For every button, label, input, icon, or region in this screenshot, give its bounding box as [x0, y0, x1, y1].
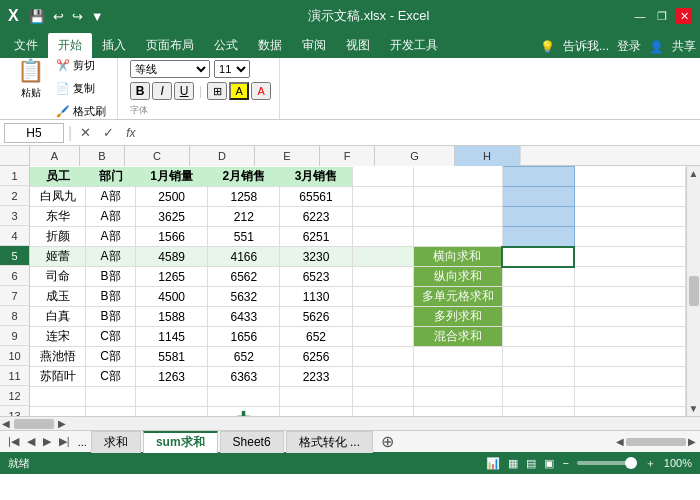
- cell-H1[interactable]: [502, 167, 574, 187]
- cell-B2[interactable]: A部: [86, 187, 136, 207]
- cell-E7[interactable]: 1130: [280, 287, 352, 307]
- add-sheet-button[interactable]: ⊕: [375, 432, 400, 451]
- name-box[interactable]: [4, 123, 64, 143]
- font-size-select[interactable]: 11: [214, 60, 250, 78]
- row-num-13[interactable]: 13: [0, 406, 29, 416]
- sheet-tab-sum[interactable]: 求和: [91, 431, 141, 453]
- cell-F1[interactable]: [352, 167, 413, 187]
- cell-E1[interactable]: 3月销售: [280, 167, 352, 187]
- cell-E6[interactable]: 6523: [280, 267, 352, 287]
- scroll-down-arrow[interactable]: ▼: [689, 403, 699, 414]
- scroll-up-arrow[interactable]: ▲: [689, 168, 699, 179]
- cell-E12[interactable]: [280, 387, 352, 407]
- cell-F12[interactable]: [352, 387, 413, 407]
- cell-F5[interactable]: [352, 247, 413, 267]
- cell-B3[interactable]: A部: [86, 207, 136, 227]
- redo-icon[interactable]: ↪: [70, 7, 85, 26]
- underline-button[interactable]: U: [174, 82, 194, 100]
- cell-C9[interactable]: 1145: [136, 327, 208, 347]
- cell-A10[interactable]: 燕池悟: [30, 347, 86, 367]
- cell-G10[interactable]: [413, 347, 502, 367]
- hscroll-left-arrow[interactable]: ◀: [616, 436, 624, 447]
- font-color-button[interactable]: A: [251, 82, 271, 100]
- cell-I1[interactable]: [574, 167, 685, 187]
- cell-E5[interactable]: 3230: [280, 247, 352, 267]
- cell-E3[interactable]: 6223: [280, 207, 352, 227]
- tab-insert[interactable]: 插入: [92, 33, 136, 58]
- cell-D5[interactable]: 4166: [208, 247, 280, 267]
- cell-H2[interactable]: [502, 187, 574, 207]
- cell-B5[interactable]: A部: [86, 247, 136, 267]
- cell-A1[interactable]: 员工: [30, 167, 86, 187]
- cell-C6[interactable]: 1265: [136, 267, 208, 287]
- border-button[interactable]: ⊞: [207, 82, 227, 100]
- cell-G13[interactable]: [413, 407, 502, 417]
- cell-G3[interactable]: [413, 207, 502, 227]
- col-header-E[interactable]: E: [255, 146, 320, 166]
- maximize-button[interactable]: ❐: [654, 8, 670, 24]
- cell-A4[interactable]: 折颜: [30, 227, 86, 247]
- cell-G2[interactable]: [413, 187, 502, 207]
- scroll-thumb[interactable]: [689, 276, 699, 306]
- cell-I11[interactable]: [574, 367, 685, 387]
- col-header-D[interactable]: D: [190, 146, 255, 166]
- bold-button[interactable]: B: [130, 82, 150, 100]
- tell-me-text[interactable]: 告诉我...: [563, 38, 609, 55]
- cell-C3[interactable]: 3625: [136, 207, 208, 227]
- sheet-nav-last[interactable]: ▶|: [55, 433, 74, 450]
- row-num-8[interactable]: 8: [0, 306, 29, 326]
- cell-F6[interactable]: [352, 267, 413, 287]
- cut-button[interactable]: ✂️ 剪切: [51, 58, 111, 76]
- cell-H7[interactable]: [502, 287, 574, 307]
- italic-button[interactable]: I: [152, 82, 172, 100]
- confirm-formula-button[interactable]: ✓: [99, 123, 118, 142]
- cell-F4[interactable]: [352, 227, 413, 247]
- cell-F9[interactable]: [352, 327, 413, 347]
- cell-B10[interactable]: C部: [86, 347, 136, 367]
- sheet-tab-sum2[interactable]: sum求和: [143, 431, 218, 453]
- scroll-right-arrow[interactable]: ▶: [58, 418, 66, 429]
- row-num-2[interactable]: 2: [0, 186, 29, 206]
- cell-H8[interactable]: [502, 307, 574, 327]
- tab-home[interactable]: 开始: [48, 33, 92, 58]
- hscroll-thumb-right[interactable]: [626, 438, 686, 446]
- cell-A8[interactable]: 白真: [30, 307, 86, 327]
- cell-D9[interactable]: 1656: [208, 327, 280, 347]
- cell-D10[interactable]: 652: [208, 347, 280, 367]
- vertical-scrollbar[interactable]: ▲ ▼: [686, 166, 700, 416]
- cell-G8-multi-col-sum[interactable]: 多列求和: [413, 307, 502, 327]
- cell-I8[interactable]: [574, 307, 685, 327]
- cell-I9[interactable]: [574, 327, 685, 347]
- save-icon[interactable]: 💾: [27, 7, 47, 26]
- cell-A3[interactable]: 东华: [30, 207, 86, 227]
- cell-G9-mixed-sum[interactable]: 混合求和: [413, 327, 502, 347]
- format-painter-button[interactable]: 🖌️ 格式刷: [51, 101, 111, 120]
- cell-C2[interactable]: 2500: [136, 187, 208, 207]
- row-num-9[interactable]: 9: [0, 326, 29, 346]
- cell-A6[interactable]: 司命: [30, 267, 86, 287]
- sheet-nav-next[interactable]: ▶: [39, 433, 55, 450]
- cell-F10[interactable]: [352, 347, 413, 367]
- cell-I12[interactable]: [574, 387, 685, 407]
- cell-E13[interactable]: [280, 407, 352, 417]
- cell-B4[interactable]: A部: [86, 227, 136, 247]
- cell-D2[interactable]: 1258: [208, 187, 280, 207]
- cell-E9[interactable]: 652: [280, 327, 352, 347]
- cell-H11[interactable]: [502, 367, 574, 387]
- tab-formula[interactable]: 公式: [204, 33, 248, 58]
- cell-E2[interactable]: 65561: [280, 187, 352, 207]
- row-num-10[interactable]: 10: [0, 346, 29, 366]
- col-header-F[interactable]: F: [320, 146, 375, 166]
- cell-A5[interactable]: 姬蕾: [30, 247, 86, 267]
- font-family-select[interactable]: 等线: [130, 60, 210, 78]
- row-num-11[interactable]: 11: [0, 366, 29, 386]
- tab-data[interactable]: 数据: [248, 33, 292, 58]
- cell-A7[interactable]: 成玉: [30, 287, 86, 307]
- view-page-break-button[interactable]: ▣: [544, 457, 554, 470]
- cell-E10[interactable]: 6256: [280, 347, 352, 367]
- cell-H13[interactable]: [502, 407, 574, 417]
- cell-I5[interactable]: [574, 247, 685, 267]
- login-button[interactable]: 登录: [617, 38, 641, 55]
- insert-function-button[interactable]: fx: [122, 124, 139, 142]
- cell-B12[interactable]: [86, 387, 136, 407]
